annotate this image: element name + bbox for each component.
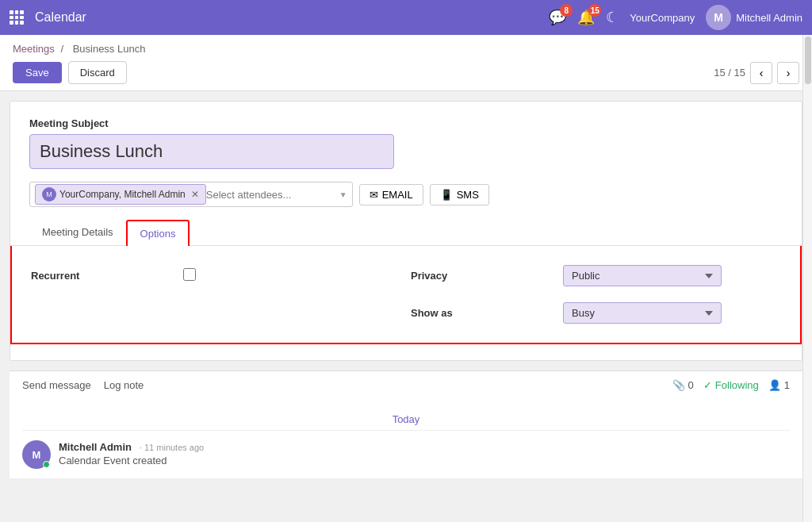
discard-button[interactable]: Discard: [68, 61, 127, 84]
pagination: 15 / 15 ‹ ›: [714, 62, 799, 84]
recurrent-field: [183, 268, 401, 283]
notification-icon-btn[interactable]: 🔔 15: [577, 9, 595, 26]
meeting-subject-label: Meeting Subject: [29, 117, 783, 129]
attendee-remove-icon[interactable]: ✕: [191, 189, 199, 200]
main-form: Meeting Subject M YourCompany, Mitchell …: [10, 101, 802, 361]
people-number: 1: [784, 379, 790, 391]
breadcrumb-bar: Meetings / Business Lunch Save Discard 1…: [0, 35, 812, 91]
topbar-right: 💬 8 🔔 15 ☾ YourCompany M Mitchell Admin: [549, 5, 802, 30]
next-page-button[interactable]: ›: [777, 62, 799, 84]
msg-author: Mitchell Admin: [59, 441, 132, 453]
send-message-button[interactable]: Send message: [22, 379, 91, 391]
pagination-text: 15 / 15: [714, 67, 745, 79]
notification-badge: 15: [588, 4, 601, 17]
chat-icon-btn[interactable]: 💬 8: [549, 9, 566, 26]
tab-options[interactable]: Options: [126, 220, 190, 246]
email-button[interactable]: ✉ EMAIL: [359, 184, 423, 205]
sms-label: SMS: [457, 189, 479, 201]
user-name: Mitchell Admin: [736, 12, 802, 24]
attendees-row: M YourCompany, Mitchell Admin ✕ ▼ ✉ EMAI…: [29, 182, 783, 207]
msg-time: · 11 minutes ago: [140, 443, 204, 452]
breadcrumb-current: Business Lunch: [73, 43, 146, 55]
sms-button[interactable]: 📱 SMS: [430, 184, 489, 205]
msg-avatar: M: [22, 440, 51, 469]
scrollbar[interactable]: [802, 35, 812, 522]
bottom-right: 📎 0 ✓ Following 👤 1: [672, 379, 790, 391]
email-icon: ✉: [370, 189, 378, 201]
log-note-button[interactable]: Log note: [104, 379, 144, 391]
user-menu[interactable]: M Mitchell Admin: [706, 5, 802, 30]
attendee-tag: M YourCompany, Mitchell Admin ✕: [35, 184, 206, 205]
save-button[interactable]: Save: [13, 62, 62, 83]
today-label: Today: [22, 409, 790, 431]
sms-icon: 📱: [440, 189, 453, 201]
tab-meeting-details[interactable]: Meeting Details: [29, 220, 126, 246]
privacy-label: Privacy: [411, 270, 553, 282]
meeting-subject-input[interactable]: [29, 134, 394, 169]
msg-text: Calendar Event created: [59, 455, 204, 466]
app-title: Calendar: [35, 10, 542, 25]
tabs: Meeting Details Options: [10, 220, 802, 246]
chat-badge: 8: [560, 4, 573, 17]
company-name[interactable]: YourCompany: [630, 12, 695, 24]
bottom-bar: Send message Log note 📎 0 ✓ Following 👤 …: [10, 370, 802, 399]
form-body: Meeting Subject M YourCompany, Mitchell …: [10, 102, 802, 360]
breadcrumb-parent[interactable]: Meetings: [13, 43, 55, 55]
privacy-select[interactable]: Public Private Only internal users: [563, 265, 722, 286]
show-as-field: Busy Available: [563, 302, 781, 324]
options-panel: Recurrent Privacy Public Private Only in…: [10, 246, 802, 344]
clock-icon-btn[interactable]: ☾: [606, 9, 619, 26]
paperclip-icon: 📎: [672, 379, 685, 391]
attachment-count: 📎 0: [672, 379, 694, 391]
attendee-name: YourCompany, Mitchell Admin: [59, 189, 186, 200]
recurrent-checkbox[interactable]: [183, 268, 196, 281]
following-button[interactable]: ✓ Following: [703, 379, 759, 391]
privacy-field: Public Private Only internal users: [563, 265, 781, 286]
breadcrumb-separator: /: [60, 43, 63, 55]
show-as-select[interactable]: Busy Available: [563, 302, 722, 324]
attendees-field[interactable]: M YourCompany, Mitchell Admin ✕ ▼: [29, 182, 353, 207]
select-attendees-input[interactable]: [206, 189, 339, 201]
scroll-thumb[interactable]: [805, 36, 811, 84]
online-indicator: [43, 461, 50, 468]
people-count[interactable]: 👤 1: [768, 379, 790, 391]
recurrent-label: Recurrent: [31, 270, 174, 282]
show-as-label: Show as: [411, 307, 553, 319]
topbar: Calendar 💬 8 🔔 15 ☾ YourCompany M Mitche…: [0, 0, 812, 35]
msg-content: Mitchell Admin · 11 minutes ago Calendar…: [59, 440, 204, 466]
prev-page-button[interactable]: ‹: [750, 62, 772, 84]
attachment-number: 0: [688, 379, 694, 391]
people-icon: 👤: [768, 379, 781, 391]
attendee-avatar: M: [42, 187, 56, 202]
today-section: Today M Mitchell Admin · 11 minutes ago …: [10, 399, 802, 478]
checkmark-icon: ✓: [703, 379, 712, 391]
email-label: EMAIL: [382, 189, 413, 201]
toolbar: Save Discard 15 / 15 ‹ ›: [0, 55, 812, 90]
avatar: M: [706, 5, 731, 30]
following-label: Following: [715, 379, 759, 391]
apps-menu-icon[interactable]: [10, 10, 24, 25]
message-row: M Mitchell Admin · 11 minutes ago Calend…: [22, 440, 790, 469]
breadcrumb: Meetings / Business Lunch: [13, 43, 799, 55]
attendees-dropdown-arrow: ▼: [339, 190, 347, 199]
